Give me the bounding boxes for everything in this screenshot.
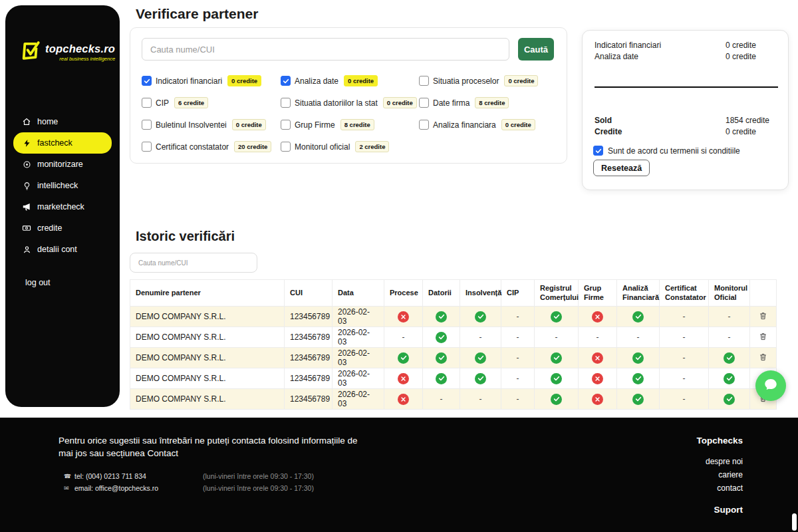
search-input[interactable] — [142, 38, 509, 61]
check-option-10[interactable]: Monitorul oficial2 credite — [281, 141, 419, 152]
scrollbar-thumb[interactable] — [792, 513, 797, 531]
terms-checkbox[interactable] — [593, 146, 603, 156]
checkbox-icon[interactable] — [281, 98, 291, 108]
date-cell: 2026-02-03 — [332, 389, 384, 410]
check-status-icon — [724, 373, 735, 384]
lightbulb-icon — [22, 182, 31, 190]
email-text: email: office@topchecks.ro — [74, 484, 158, 492]
column-header: Analiză Financiară — [617, 280, 660, 307]
phone-row: ☎ tel: (004) 0213 711 834 (luni-vineri î… — [64, 470, 383, 482]
footer-link-contact[interactable]: contact — [696, 483, 743, 493]
status-cell: - — [617, 327, 660, 348]
checkbox-icon[interactable] — [281, 120, 291, 130]
credits-badge: 2 credite — [355, 141, 389, 152]
check-status-icon — [724, 352, 735, 364]
status-cell: - — [535, 327, 579, 348]
footer-company-title: Topchecks — [696, 436, 743, 446]
checkbox-icon[interactable] — [281, 142, 291, 152]
summary-label: Analiza date — [595, 52, 638, 61]
check-status-icon — [724, 394, 735, 405]
credits-badge: 8 credite — [340, 119, 374, 130]
check-option-9[interactable]: Certificat constatator20 credite — [142, 141, 281, 152]
status-cell — [535, 348, 579, 368]
credits-badge: 0 credite — [344, 75, 378, 86]
logout-button[interactable]: log out — [25, 278, 51, 287]
status-cell — [535, 368, 579, 389]
history-header-row: Denumire partenerCUIDataProceseDatoriiIn… — [130, 280, 777, 307]
sold-label: Sold — [595, 116, 612, 125]
search-button[interactable]: Caută — [518, 38, 554, 61]
checkbox-icon[interactable] — [142, 142, 152, 152]
footer-message: Pentru orice sugestii sau întrebări ne p… — [59, 434, 371, 460]
checkbox-icon[interactable] — [142, 98, 152, 108]
sidebar-item-detalii-cont[interactable]: detalii cont — [13, 239, 112, 260]
sidebar-item-intellicheck[interactable]: intellicheck — [13, 175, 112, 196]
terms-row[interactable]: Sunt de acord cu termenii si conditiile — [593, 146, 740, 156]
status-cell — [617, 389, 660, 410]
footer-link-despre-noi[interactable]: despre noi — [696, 457, 743, 466]
checkbox-icon[interactable] — [142, 76, 152, 86]
empty-status: - — [683, 394, 686, 404]
sidebar-item-label: home — [37, 117, 58, 126]
empty-status: - — [402, 332, 405, 342]
status-cell — [460, 307, 501, 327]
checkbox-icon[interactable] — [419, 76, 429, 86]
empty-status: - — [479, 332, 482, 342]
checkbox-icon[interactable] — [419, 98, 429, 108]
reset-button[interactable]: Resetează — [593, 160, 650, 176]
lightning-icon — [22, 139, 31, 148]
check-option-1[interactable]: Analiza date0 credite — [281, 75, 419, 86]
table-row: DEMO COMPANY S.R.L.1234567892026-02-03-- — [130, 348, 777, 368]
verify-panel: Caută Indicatori financiari0 crediteAnal… — [130, 27, 567, 164]
option-label: CIP — [156, 98, 169, 108]
credits-value: 0 credite — [726, 127, 756, 136]
sidebar-item-fastcheck[interactable]: fastcheck — [13, 132, 112, 154]
status-cell: - — [709, 307, 750, 327]
sidebar-item-label: credite — [37, 223, 63, 233]
sidebar-item-home[interactable]: home — [13, 111, 112, 132]
check-status-icon — [436, 332, 447, 343]
check-status-icon — [551, 352, 562, 364]
checkbox-icon[interactable] — [281, 76, 291, 86]
history-search-input[interactable] — [130, 253, 257, 273]
delete-row-button[interactable] — [759, 352, 767, 364]
footer-link-cariere[interactable]: cariere — [696, 470, 743, 479]
status-cell: - — [460, 389, 501, 410]
cui-cell: 123456789 — [285, 307, 332, 327]
check-status-icon — [475, 373, 486, 384]
phone-icon: ☎ — [64, 473, 71, 479]
column-header: Certificat Constatator — [660, 280, 709, 307]
sidebar-item-marketcheck[interactable]: marketcheck — [13, 196, 112, 217]
delete-row-button[interactable] — [759, 332, 767, 343]
check-option-3[interactable]: CIP6 credite — [142, 97, 281, 108]
check-option-7[interactable]: Grup Firme8 credite — [281, 119, 419, 130]
status-cell — [423, 368, 460, 389]
check-option-4[interactable]: Situatia datoriilor la stat0 credite — [281, 97, 419, 108]
column-header: Data — [332, 280, 384, 307]
check-option-2[interactable]: Situatia proceselor0 credite — [419, 75, 538, 86]
check-option-8[interactable]: Analiza financiara0 credite — [419, 119, 538, 130]
check-option-5[interactable]: Date firma8 credite — [419, 97, 538, 108]
status-cell — [384, 348, 423, 368]
checkbox-icon[interactable] — [419, 120, 429, 130]
footer-support-title: Suport — [696, 505, 743, 515]
trash-icon — [759, 352, 767, 364]
sold-value: 1854 credite — [726, 116, 769, 125]
option-label: Date firma — [433, 98, 469, 108]
delete-row-button[interactable] — [759, 311, 767, 323]
checkbox-icon[interactable] — [142, 120, 152, 130]
empty-status: - — [517, 312, 519, 321]
status-cell: - — [709, 327, 750, 348]
option-label: Buletinul Insolventei — [156, 120, 227, 130]
check-option-0[interactable]: Indicatori financiari0 credite — [142, 75, 281, 86]
chat-widget-button[interactable] — [755, 370, 786, 401]
status-cell — [384, 307, 423, 327]
home-icon — [22, 117, 31, 126]
status-cell — [579, 348, 617, 368]
check-option-6[interactable]: Buletinul Insolventei0 credite — [142, 119, 281, 130]
check-status-icon — [632, 373, 644, 384]
history-title: Istoric verificări — [136, 229, 235, 244]
sidebar-item-credite[interactable]: credite — [13, 217, 112, 239]
status-cell — [423, 307, 460, 327]
sidebar-item-monitorizare[interactable]: monitorizare — [13, 154, 112, 175]
